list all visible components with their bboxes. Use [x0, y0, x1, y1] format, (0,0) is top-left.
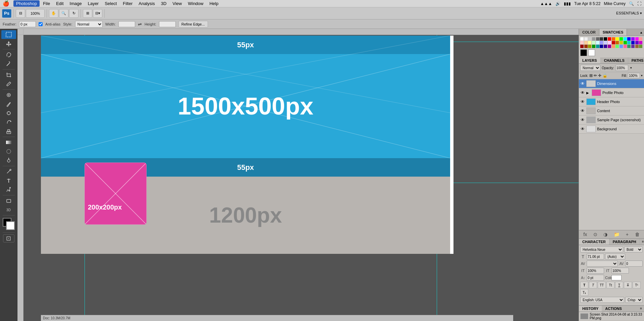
eyedropper-tool[interactable] [1, 80, 16, 88]
swatch[interactable] [592, 41, 595, 44]
char-color-box[interactable] [611, 275, 622, 280]
fg-color-box[interactable] [580, 49, 587, 56]
eraser-tool[interactable] [1, 127, 16, 136]
layer-delete-btn[interactable]: 🗑 [635, 232, 640, 237]
opacity-input[interactable] [615, 65, 628, 71]
layer-visibility-icon[interactable]: 👁 [580, 108, 585, 113]
font-size-input[interactable] [587, 254, 604, 260]
swatch[interactable] [612, 45, 615, 48]
move-tool[interactable] [1, 39, 16, 48]
pen-tool[interactable] [1, 167, 16, 176]
toolbar-rotate-btn[interactable]: ↻ [69, 9, 78, 18]
leading-select[interactable]: (Auto) Single [605, 254, 625, 260]
blend-mode-select[interactable]: Normal Multiply Screen [580, 65, 600, 71]
swatch[interactable] [604, 37, 607, 41]
swatch[interactable] [608, 45, 611, 48]
swatch[interactable] [627, 45, 631, 48]
layer-adjustment-btn[interactable]: ◑ [603, 232, 607, 237]
swatch[interactable] [615, 41, 619, 44]
crop-tool[interactable] [1, 71, 16, 79]
layer-item-sample-page[interactable]: 👁 Sample Page (screenshot) [579, 116, 644, 125]
type-bold-btn[interactable]: T [580, 282, 588, 288]
clone-tool[interactable] [1, 109, 16, 118]
swatch[interactable] [624, 41, 627, 44]
type-strikethrough-btn[interactable]: T [624, 282, 632, 288]
lasso-tool[interactable] [1, 50, 16, 59]
swatch[interactable] [600, 41, 603, 44]
type-italic-btn[interactable]: T [589, 282, 597, 288]
swatch[interactable] [612, 41, 615, 44]
layer-item-background[interactable]: 👁 Background [579, 125, 644, 134]
language-select[interactable]: English: USA English: UK [580, 297, 624, 303]
swatch[interactable] [584, 41, 588, 44]
char-panel-menu[interactable]: ≡ [640, 239, 644, 245]
brush-tool[interactable] [1, 100, 16, 108]
layer-mask-btn[interactable]: ⊙ [593, 232, 597, 237]
toolbar-hand-btn[interactable]: ✋ [49, 9, 58, 18]
layer-item-content[interactable]: 👁 Content [579, 106, 644, 116]
swatch[interactable] [608, 41, 611, 44]
height-input[interactable] [159, 21, 176, 27]
toolbar-layout-btn[interactable]: ⊟ [16, 9, 25, 18]
swatch[interactable] [596, 41, 599, 44]
type-allcaps-btn[interactable]: TT [598, 282, 606, 288]
aa-select[interactable]: Crisp Sharp Smooth Strong [625, 297, 643, 303]
layer-item-dimensions[interactable]: 👁 Dimensions [579, 79, 644, 88]
fill-step[interactable]: ▾ [641, 74, 643, 77]
layer-visibility-icon[interactable]: 👁 [580, 90, 585, 95]
swatch[interactable] [588, 45, 591, 48]
layer-visibility-icon[interactable]: 👁 [580, 127, 585, 131]
style-select[interactable]: Normal Fixed Ratio Fixed Size [75, 21, 103, 28]
layer-fx-btn[interactable]: fx [583, 232, 587, 237]
swatch[interactable] [635, 45, 639, 48]
scale-v-input[interactable] [611, 268, 629, 274]
panel-collapse-icon[interactable]: ▴ [638, 31, 644, 34]
history-item[interactable]: Screen Shot 2014-04-08 at 3:15:33 PM.png [579, 312, 644, 321]
tab-paths[interactable]: PATHS [628, 57, 644, 63]
menu-filter[interactable]: Filter [120, 0, 135, 7]
swatch[interactable] [584, 37, 588, 41]
3d-tool[interactable]: 3D [1, 205, 16, 214]
swatch[interactable] [627, 37, 631, 41]
menu-analysis[interactable]: Analysis [136, 0, 157, 7]
swatch[interactable] [580, 37, 584, 41]
swatch[interactable] [596, 37, 599, 41]
layer-visibility-icon[interactable]: 👁 [580, 81, 585, 86]
menu-view[interactable]: View [170, 0, 184, 7]
lock-all-icon[interactable]: 🔒 [602, 73, 607, 78]
feather-input[interactable] [19, 21, 36, 27]
layer-item-header-photo[interactable]: 👁 Header Photo [579, 97, 644, 106]
type-superscript-btn[interactable]: T¹ [633, 282, 641, 288]
swatch[interactable] [624, 37, 627, 41]
menu-image[interactable]: Image [67, 0, 85, 7]
canvas-area[interactable]: 55px 1500x500px 55px [17, 29, 579, 321]
layer-new-btn[interactable]: + [626, 232, 629, 237]
swatch[interactable] [627, 41, 631, 44]
tab-actions[interactable]: ACTIONS [602, 306, 625, 312]
swatch[interactable] [588, 37, 591, 41]
history-brush-tool[interactable] [1, 118, 16, 127]
swatch[interactable] [604, 45, 607, 48]
menu-photoshop[interactable]: Photoshop [13, 0, 40, 7]
swatch[interactable] [604, 41, 607, 44]
layer-visibility-icon[interactable]: 👁 [580, 118, 585, 122]
lock-image-icon[interactable]: ✏ [594, 73, 597, 78]
swatch[interactable] [615, 45, 619, 48]
screen-mode-btn[interactable]: ⊡ [3, 234, 14, 242]
swatch[interactable] [600, 37, 603, 41]
swatch[interactable] [588, 41, 591, 44]
history-panel-menu[interactable]: ≡ [638, 306, 644, 312]
swatch[interactable] [631, 37, 635, 41]
swatch[interactable] [635, 37, 639, 41]
tab-swatches[interactable]: SWATCHES [599, 29, 627, 36]
tab-history[interactable]: HISTORY [579, 306, 602, 312]
swatch[interactable] [620, 41, 623, 44]
width-input[interactable] [118, 21, 135, 27]
tab-channels[interactable]: CHANNELS [601, 57, 628, 63]
swatch[interactable] [584, 45, 588, 48]
swatch[interactable] [600, 45, 603, 48]
swatch[interactable] [580, 45, 584, 48]
apple-menu[interactable]: 🍎 [3, 0, 9, 7]
type-underline-btn[interactable]: T [615, 282, 623, 288]
swap-wh-icon[interactable]: ⇌ [138, 21, 142, 27]
